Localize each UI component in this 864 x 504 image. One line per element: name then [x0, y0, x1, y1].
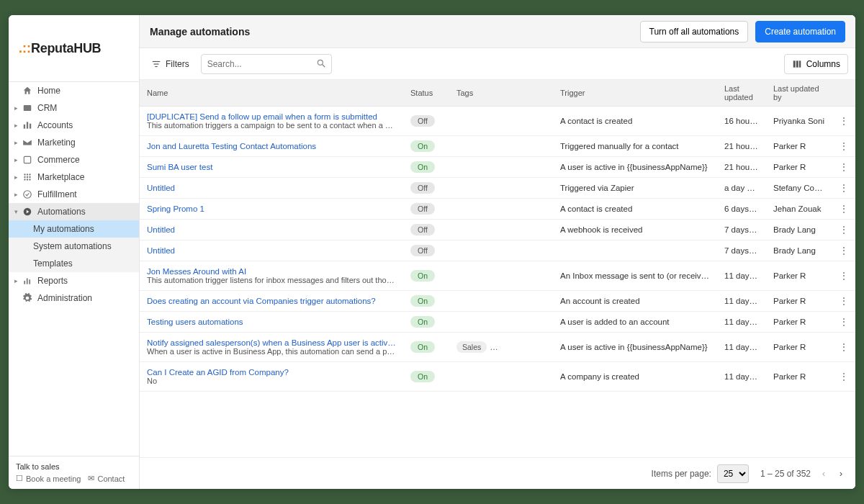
sidebar-sub-system-automations[interactable]: System automations — [9, 238, 139, 255]
automation-title-link[interactable]: Untitled — [147, 184, 396, 192]
logo-mark: .:: — [19, 41, 31, 56]
top-row: .:: ReputaHUB Home ▸ CRM ▸ Accounts — [9, 15, 855, 489]
sidebar-item-label: Reports — [35, 276, 68, 286]
automation-title-link[interactable]: Untitled — [147, 225, 396, 234]
logo-text: ReputaHUB — [31, 41, 101, 56]
automation-title-link[interactable]: Jon Messes Around with AI — [147, 267, 396, 276]
sidebar-sub-label: System automations — [33, 241, 112, 251]
sidebar-sub-templates[interactable]: Templates — [9, 255, 139, 272]
row-menu-button[interactable]: ⋮ — [832, 333, 855, 362]
automation-title-link[interactable]: Notify assigned salesperson(s) when a Bu… — [147, 338, 396, 347]
col-name[interactable]: Name — [140, 80, 403, 107]
contact-link[interactable]: ✉ Contact — [88, 474, 125, 483]
sidebar-item-administration[interactable]: Administration — [9, 289, 139, 307]
trigger-cell: A user is active in {{businessAppName}} — [553, 157, 717, 178]
svg-rect-1 — [24, 125, 25, 129]
updated-by-cell: Jehan Zouak — [766, 199, 832, 220]
marketing-icon — [20, 138, 35, 148]
trigger-cell: A contact is created — [553, 107, 717, 136]
row-menu-button[interactable]: ⋮ — [832, 107, 855, 136]
items-per-page: Items per page: 25 — [652, 464, 749, 483]
sidebar-item-marketplace[interactable]: ▸ Marketplace — [9, 168, 139, 186]
row-menu-button[interactable]: ⋮ — [832, 136, 855, 157]
filters-button[interactable]: Filters — [147, 56, 194, 72]
sidebar-item-commerce[interactable]: ▸ Commerce — [9, 151, 139, 168]
col-status[interactable]: Status — [403, 80, 449, 107]
turn-off-all-button[interactable]: Turn off all automations — [640, 21, 749, 42]
calendar-icon: ☐ — [16, 474, 23, 483]
svg-rect-17 — [27, 279, 28, 284]
automation-title-link[interactable]: Can I Create an AGID from Company? — [147, 368, 396, 377]
automation-title-link[interactable]: Spring Promo 1 — [147, 204, 396, 213]
pagination-bar: Items per page: 25 1 – 25 of 352 ‹ › — [140, 457, 855, 489]
chevron-right-icon: ▸ — [12, 277, 20, 284]
automation-title-link[interactable]: Does creating an account via Companies t… — [147, 297, 396, 305]
svg-rect-0 — [24, 105, 32, 111]
prev-page-button[interactable]: ‹ — [819, 466, 828, 482]
sidebar-item-fulfillment[interactable]: ▸ Fulfillment — [9, 186, 139, 203]
tags-cell: SalesBusinessApp+1 — [449, 333, 553, 362]
updated-cell: 21 hours ago — [717, 136, 766, 157]
row-menu-button[interactable]: ⋮ — [832, 240, 855, 261]
table-row: Untitled Off 7 days ago Brady Lang ⋮ — [140, 240, 855, 261]
row-menu-button[interactable]: ⋮ — [832, 157, 855, 178]
tags-cell — [449, 240, 553, 261]
col-trigger[interactable]: Trigger — [553, 80, 717, 107]
sidebar-item-label: Administration — [35, 293, 92, 303]
updated-by-cell: Parker R — [766, 362, 832, 392]
logo: .:: ReputaHUB — [9, 15, 139, 81]
table-wrap[interactable]: Name Status Tags Trigger Last updated La… — [140, 80, 855, 457]
updated-cell: 16 hours ago — [717, 107, 766, 136]
automation-title-link[interactable]: Jon and Lauretta Testing Contact Automat… — [147, 142, 396, 150]
tags-cell — [449, 199, 553, 220]
row-menu-button[interactable]: ⋮ — [832, 220, 855, 240]
row-menu-button[interactable]: ⋮ — [832, 362, 855, 392]
sidebar-sub-my-automations[interactable]: My automations — [9, 220, 139, 238]
automation-title-link[interactable]: Sumi BA user test — [147, 163, 396, 171]
page-title: Manage automations — [150, 26, 250, 37]
trigger-cell: A company is created — [553, 362, 717, 392]
home-icon — [20, 86, 35, 96]
row-menu-button[interactable]: ⋮ — [832, 312, 855, 333]
automation-title-link[interactable]: Untitled — [147, 246, 396, 255]
sidebar-item-home[interactable]: Home — [9, 82, 139, 99]
row-menu-button[interactable]: ⋮ — [832, 178, 855, 199]
updated-cell: 7 days ago — [717, 220, 766, 240]
table-row: Jon and Lauretta Testing Contact Automat… — [140, 136, 855, 157]
tags-cell — [449, 107, 553, 136]
updated-cell: 21 hours ago — [717, 157, 766, 178]
col-tags[interactable]: Tags — [449, 80, 553, 107]
row-menu-button[interactable]: ⋮ — [832, 291, 855, 312]
book-meeting-link[interactable]: ☐ Book a meeting — [16, 474, 81, 483]
row-menu-button[interactable]: ⋮ — [832, 261, 855, 291]
col-last-updated[interactable]: Last updated — [717, 80, 766, 107]
columns-button[interactable]: Columns — [784, 54, 848, 74]
sidebar-item-reports[interactable]: ▸ Reports — [9, 272, 139, 289]
updated-cell: 11 days ago — [717, 362, 766, 392]
contact-icon: ✉ — [88, 474, 94, 483]
automation-title-link[interactable]: Testing users automations — [147, 318, 396, 326]
search-input[interactable] — [201, 54, 332, 74]
talk-to-sales-title: Talk to sales — [16, 462, 132, 471]
table-row: Untitled Off Triggered via Zapier a day … — [140, 178, 855, 199]
sidebar-item-automations[interactable]: ▾ Automations — [9, 203, 139, 220]
create-automation-button[interactable]: Create automation — [755, 21, 845, 42]
contact-label: Contact — [97, 474, 125, 483]
updated-by-cell: Priyanka Soni — [766, 107, 832, 136]
marketplace-icon — [20, 172, 35, 182]
row-menu-button[interactable]: ⋮ — [832, 199, 855, 220]
col-last-updated-by[interactable]: Last updated by — [766, 80, 832, 107]
next-page-button[interactable]: › — [837, 466, 845, 482]
sidebar-item-marketing[interactable]: ▸ Marketing — [9, 134, 139, 151]
table-row: [DUPLICATE] Send a follow up email when … — [140, 107, 855, 136]
sidebar-item-accounts[interactable]: ▸ Accounts — [9, 117, 139, 134]
automation-title-link[interactable]: [DUPLICATE] Send a follow up email when … — [147, 112, 396, 121]
automation-description: No — [147, 377, 396, 385]
tag[interactable]: +1 — [549, 341, 553, 353]
items-per-page-select[interactable]: 25 — [717, 464, 749, 483]
tag[interactable]: Sales — [456, 341, 487, 353]
sidebar-item-crm[interactable]: ▸ CRM — [9, 99, 139, 117]
updated-by-cell: Parker R — [766, 312, 832, 333]
svg-point-5 — [24, 174, 25, 175]
status-pill: On — [410, 270, 435, 282]
